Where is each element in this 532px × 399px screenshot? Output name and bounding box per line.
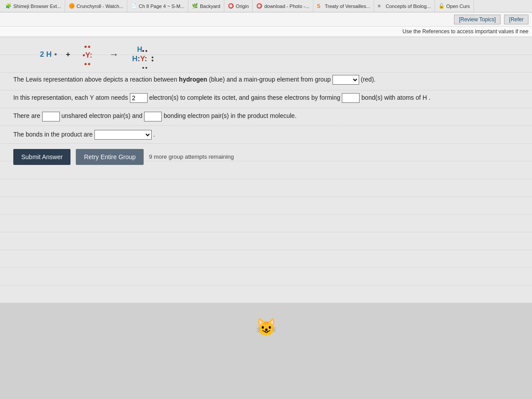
retry-entire-group-button[interactable]: Retry Entire Group: [76, 149, 144, 165]
review-topics-button[interactable]: [Review Topics]: [454, 15, 501, 24]
tab-backyard[interactable]: 🌿 Backyard: [188, 0, 224, 12]
product-diagram: H H:Y:: [132, 46, 147, 63]
button-row: Submit Answer Retry Entire Group 9 more …: [13, 149, 519, 165]
pet-icon: 😺: [256, 317, 277, 337]
tab-treaty[interactable]: S Treaty of Versailles...: [313, 0, 374, 12]
question-line-1: The Lewis representation above depicts a…: [13, 74, 519, 85]
question-line-4: The bonds in the product are polar coval…: [13, 129, 519, 140]
main-content: 2 H • + •Y: → H: [0, 37, 532, 303]
attempts-remaining: 9 more group attempts remaining: [149, 153, 234, 160]
question-line-3: There are unshared electron pair(s) and …: [13, 110, 519, 121]
concepts-icon: ≡: [378, 3, 384, 9]
product-colon2: :: [145, 55, 147, 63]
download-icon: ⭕: [256, 3, 262, 9]
product-h-top: H: [132, 46, 147, 54]
dot-top-1: [85, 46, 87, 48]
reference-bar: Use the References to access important v…: [0, 27, 532, 37]
plus-sign: +: [66, 50, 70, 59]
two-h-label: 2 H: [40, 50, 51, 59]
bond-type-select[interactable]: polar covalent nonpolar covalent ionic: [94, 130, 152, 140]
electron-count-input[interactable]: [130, 93, 148, 103]
prod-dot-t2: [145, 50, 147, 52]
reaction-arrow: →: [109, 49, 119, 60]
h-radical-dot: •: [54, 50, 57, 59]
tab-download[interactable]: ⭕ download - Photo -...: [253, 0, 313, 12]
browser-tab-bar: 🧩 Shimeji Browser Ext... 🟠 Crunchyroll -…: [0, 0, 532, 12]
tab-shimeji[interactable]: 🧩 Shimeji Browser Ext...: [2, 0, 65, 12]
product-y: Y: [140, 55, 145, 63]
submit-answer-button[interactable]: Submit Answer: [13, 149, 70, 165]
prod-dot-r1: [152, 57, 153, 59]
prod-dot-b1: [142, 67, 144, 69]
y-symbol: •Y:: [82, 51, 92, 59]
group-select[interactable]: 6 7 8: [332, 75, 359, 85]
dot-bottom-1: [85, 63, 87, 65]
shimeji-icon: 🧩: [5, 3, 12, 9]
crunchyroll-icon: 🟠: [69, 3, 75, 9]
bond-count-input[interactable]: [342, 93, 360, 103]
reference-text: Use the References to access important v…: [403, 28, 528, 35]
prod-dot-t1: [142, 50, 144, 52]
question-line-2: In this representation, each Y atom need…: [13, 92, 519, 103]
unshared-pairs-input[interactable]: [42, 112, 60, 121]
backyard-icon: 🌿: [192, 3, 198, 9]
treaty-icon: S: [317, 3, 323, 9]
dot-bottom-2: [88, 63, 90, 65]
dot-top-2: [88, 46, 90, 48]
tab-ch8[interactable]: 📄 Ch 8 Page 4 ~ S-M...: [127, 0, 188, 12]
product-h: H: [132, 55, 137, 63]
product-text: H:Y:: [132, 55, 147, 63]
bonding-pairs-input[interactable]: [144, 112, 162, 121]
prod-dot-b2: [145, 67, 147, 69]
ch8-icon: 📄: [131, 3, 137, 9]
origin-icon: ⭕: [228, 3, 234, 9]
y-reactant: •Y:: [82, 51, 92, 60]
tab-origin[interactable]: ⭕ Origin: [224, 0, 253, 12]
refer-button[interactable]: [Refer: [504, 15, 528, 24]
opencurs-icon: 🔓: [438, 3, 445, 9]
tab-concepts[interactable]: ≡ Concepts of Biolog...: [374, 0, 435, 12]
tab-crunchyroll[interactable]: 🟠 Crunchyroll - Watch...: [65, 0, 127, 12]
prod-dot-r2: [152, 60, 153, 62]
toolbar: [Review Topics] [Refer: [0, 12, 532, 27]
lewis-diagram: 2 H • + •Y: → H: [40, 46, 519, 63]
tab-opencurs[interactable]: 🔓 Open Curs: [435, 0, 474, 12]
